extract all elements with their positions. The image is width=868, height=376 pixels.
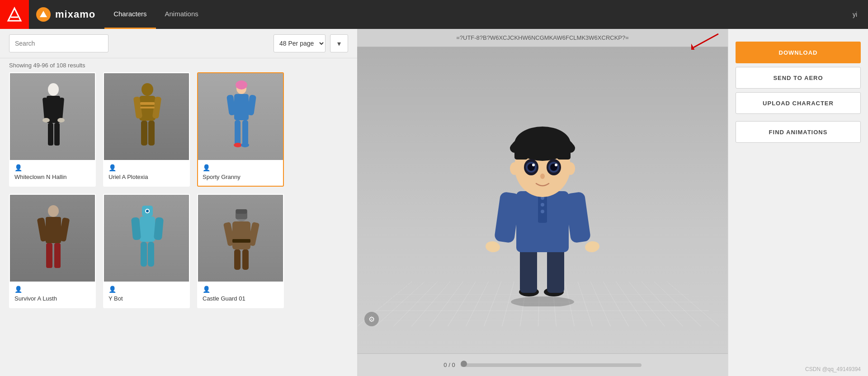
svg-rect-51 — [234, 249, 241, 270]
watermark: CSDN @qq_49149394 — [805, 366, 861, 372]
svg-rect-40 — [154, 217, 164, 240]
char-name-survivor: Survivor A Lusth — [14, 295, 90, 302]
svg-point-10 — [57, 118, 65, 122]
character-thumb-uriel — [104, 73, 190, 160]
svg-marker-0 — [8, 8, 21, 21]
char-info-castle: 👤 Castle Guard 01 — [198, 282, 283, 307]
char-name-castle: Castle Guard 01 — [203, 295, 278, 302]
character-thumb-survivor — [10, 195, 96, 282]
svg-rect-18 — [140, 107, 155, 108]
results-text: Showing 49-96 of 108 results — [9, 62, 85, 69]
right-panel: DOWNLOAD SEND TO AERO UPLOAD CHARACTER F… — [728, 29, 868, 376]
character-card-uriel[interactable]: 👤 Uriel A Plotexia — [103, 72, 190, 187]
filter-button[interactable]: ▾ — [330, 34, 348, 52]
svg-rect-48 — [232, 221, 250, 249]
character-card-castle[interactable]: 👤 Castle Guard 01 — [197, 194, 284, 308]
viewer-3d[interactable]: ⚙ — [357, 47, 728, 353]
svg-rect-16 — [148, 121, 155, 146]
brand-area: mixamo — [29, 7, 95, 22]
svg-point-81 — [540, 174, 545, 179]
header: mixamo Characters Animations yi — [0, 0, 868, 29]
char-name-sporty: Sporty Granny — [203, 174, 278, 180]
character-3d-svg — [479, 108, 606, 306]
svg-rect-42 — [148, 242, 154, 267]
person-icon: 👤 — [14, 286, 22, 293]
character-thumb-ybot — [104, 195, 190, 282]
svg-rect-8 — [54, 123, 60, 146]
char-info-ybot: 👤 Y Bot — [104, 282, 189, 307]
adobe-logo — [0, 0, 29, 29]
char-info-whiteclown: 👤 Whiteclown N Hallin — [10, 160, 95, 186]
svg-rect-53 — [232, 239, 250, 243]
svg-point-62 — [541, 203, 544, 207]
character-thumb-castle — [198, 195, 284, 282]
tab-animations[interactable]: Animations — [156, 0, 208, 29]
svg-point-79 — [532, 164, 535, 166]
per-page-select[interactable]: 48 Per page 24 Per page 96 Per page — [274, 34, 326, 52]
char-info-survivor: 👤 Survivor A Lusth — [10, 282, 95, 307]
main-layout: 48 Per page 24 Per page 96 Per page ▾ Sh… — [0, 29, 868, 376]
upload-character-button[interactable]: UPLOAD CHARACTER — [736, 92, 861, 114]
svg-point-11 — [142, 83, 153, 96]
character-thumb-whiteclown — [10, 73, 96, 160]
person-icon: 👤 — [14, 164, 22, 171]
toolbar: 48 Per page 24 Per page 96 Per page ▾ — [0, 29, 357, 58]
watermark-text: CSDN @qq_49149394 — [805, 366, 861, 372]
download-button[interactable]: DOWNLOAD — [736, 42, 861, 63]
svg-point-82 — [510, 162, 519, 175]
nav-tabs: Characters Animations — [104, 0, 208, 29]
viewer-settings-icon[interactable]: ⚙ — [364, 312, 379, 326]
svg-point-9 — [42, 118, 50, 122]
person-icon: 👤 — [108, 286, 116, 293]
svg-point-67 — [584, 240, 600, 253]
character-card-whiteclown[interactable]: 👤 Whiteclown N Hallin — [9, 72, 96, 187]
svg-point-83 — [566, 162, 575, 175]
svg-rect-35 — [46, 243, 52, 268]
search-input[interactable] — [9, 34, 108, 52]
svg-rect-32 — [46, 217, 61, 243]
svg-point-20 — [236, 80, 247, 89]
svg-point-29 — [241, 143, 249, 147]
character-card-survivor[interactable]: 👤 Survivor A Lusth — [9, 194, 96, 308]
mixamo-icon — [36, 7, 51, 22]
svg-point-31 — [48, 205, 59, 217]
svg-point-80 — [555, 164, 557, 166]
svg-rect-38 — [140, 216, 155, 242]
svg-rect-58 — [547, 248, 564, 293]
progress-thumb[interactable] — [461, 361, 467, 367]
svg-rect-26 — [235, 120, 241, 145]
svg-rect-27 — [242, 120, 248, 145]
left-panel: 48 Per page 24 Per page 96 Per page ▾ Sh… — [0, 29, 357, 376]
char-info-uriel: 👤 Uriel A Plotexia — [104, 160, 189, 186]
svg-rect-36 — [54, 243, 61, 268]
svg-rect-17 — [140, 102, 155, 105]
char-name-ybot: Y Bot — [108, 295, 184, 302]
progress-bar-container[interactable] — [461, 363, 642, 367]
char-name-whiteclown: Whiteclown N Hallin — [14, 174, 90, 180]
viewer-panel: =?UTF-8?B?W6XCJCKHW6NCGMKAW6FCLMK3W6XCRC… — [357, 29, 728, 376]
svg-point-65 — [485, 240, 500, 253]
character-card-ybot[interactable]: 👤 Y Bot — [103, 194, 190, 308]
char-info-sporty: 👤 Sporty Granny — [198, 160, 283, 186]
person-icon: 👤 — [108, 164, 116, 171]
character-card-sporty[interactable]: 👤 Sporty Granny — [197, 72, 284, 187]
viewer-header-text: =?UTF-8?B?W6XCJCKHW6NCGMKAW6FCLMK3W6XCRC… — [456, 34, 629, 41]
person-icon: 👤 — [203, 164, 210, 171]
svg-rect-23 — [234, 94, 249, 120]
brand-name: mixamo — [55, 9, 95, 20]
char-name-uriel: Uriel A Plotexia — [108, 174, 184, 180]
svg-line-85 — [693, 34, 718, 47]
svg-rect-52 — [242, 249, 249, 270]
find-animations-button[interactable]: FIND ANIMATIONS — [736, 121, 861, 143]
frame-counter: 0 / 0 — [443, 362, 455, 368]
svg-rect-47 — [236, 209, 247, 214]
svg-point-63 — [541, 210, 544, 213]
tab-characters[interactable]: Characters — [104, 0, 156, 29]
svg-rect-39 — [131, 217, 141, 240]
send-to-aero-button[interactable]: SEND TO AERO — [736, 67, 861, 89]
user-initial: yi — [853, 11, 857, 18]
svg-rect-7 — [48, 123, 53, 146]
arrow-annotation — [691, 32, 727, 50]
results-info: Showing 49-96 of 108 results — [0, 58, 357, 72]
svg-point-3 — [48, 83, 59, 96]
